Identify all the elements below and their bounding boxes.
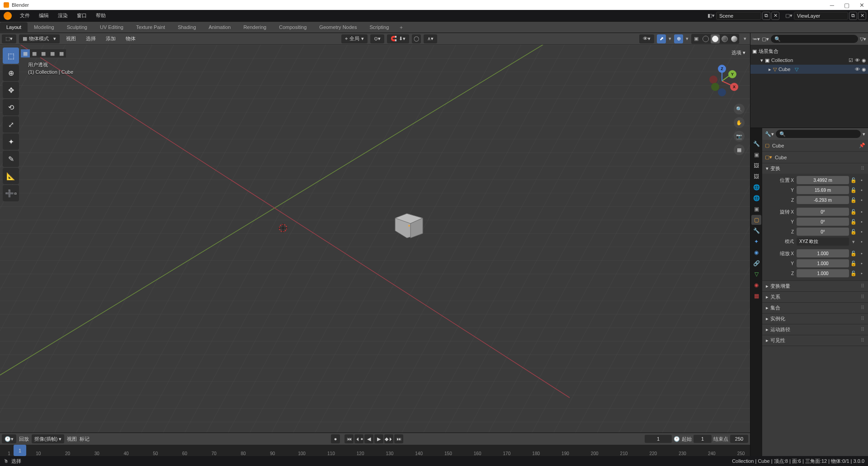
lock-scl-x[interactable]: 🔓 xyxy=(850,249,857,257)
autokey-toggle[interactable]: ● xyxy=(331,434,340,443)
lock-rot-x[interactable]: 🔓 xyxy=(850,208,857,216)
outliner-filter-dropdown[interactable]: ▽▾ xyxy=(860,36,866,42)
outliner-row-cube[interactable]: ▸▽Cube ▽ 👁◉ xyxy=(750,65,868,74)
panel-header-transform[interactable]: ▾ 变换⠿ xyxy=(762,163,868,174)
layer-browse-icon[interactable]: ▢▾ xyxy=(785,12,793,20)
ptab-particles[interactable]: ✦ xyxy=(751,237,761,247)
outliner-row-scene[interactable]: ▣场景集合 xyxy=(750,47,868,56)
gizmo-toggle[interactable]: ⬈ xyxy=(657,34,666,43)
menu-object[interactable]: 物体 xyxy=(122,34,139,43)
ptab-mesh[interactable]: ▽ xyxy=(751,269,761,279)
rotation-z-field[interactable]: 0° xyxy=(797,228,849,236)
menu-add[interactable]: 添加 xyxy=(102,34,119,43)
ptab-world[interactable]: 🌐 xyxy=(751,193,761,203)
ptab-scene[interactable]: 🌐 xyxy=(751,182,761,192)
tab-uv[interactable]: UV Editing xyxy=(94,22,130,32)
viewlayer-name-input[interactable] xyxy=(794,12,848,20)
tab-sculpting[interactable]: Sculpting xyxy=(61,22,94,32)
tool-scale[interactable]: ⤢ xyxy=(3,116,19,133)
proportional-falloff-dropdown[interactable]: ∧▾ xyxy=(424,34,437,43)
tab-layout[interactable]: Layout xyxy=(0,22,28,32)
rotation-y-field[interactable]: 0° xyxy=(797,218,849,226)
ptab-constraints[interactable]: 🔗 xyxy=(751,258,761,268)
shading-wireframe[interactable] xyxy=(701,34,710,43)
rotation-x-field[interactable]: 0° xyxy=(797,208,849,216)
axis-neg-x[interactable] xyxy=(709,76,717,84)
lock-loc-y[interactable]: 🔓 xyxy=(850,186,857,194)
camera-view-button[interactable]: 📷 xyxy=(734,131,745,142)
add-workspace-button[interactable]: ＋ xyxy=(395,22,407,33)
pan-button[interactable]: ✋ xyxy=(734,117,745,128)
lock-scl-z[interactable]: 🔓 xyxy=(850,269,857,277)
menu-render[interactable]: 渲染 xyxy=(53,10,72,21)
scene-name-input[interactable] xyxy=(716,12,761,20)
lock-loc-z[interactable]: 🔓 xyxy=(850,196,857,204)
tool-add-primitive[interactable]: ➕▫ xyxy=(3,185,19,201)
editor-type-dropdown[interactable]: ⬚▾ xyxy=(2,34,16,43)
props-options-dropdown[interactable]: ▾ xyxy=(863,131,865,137)
end-frame-input[interactable] xyxy=(730,435,748,443)
ptab-render[interactable]: ▣ xyxy=(751,150,761,160)
tab-modeling[interactable]: Modeling xyxy=(28,22,61,32)
tab-compositing[interactable]: Compositing xyxy=(273,22,313,32)
snap-toggle[interactable]: 🧲 ⬇▾ xyxy=(387,34,409,43)
nav-gizmo[interactable]: X Y Z xyxy=(704,63,740,99)
overlay-toggle[interactable]: ⊕ xyxy=(674,34,683,43)
shading-material[interactable] xyxy=(720,34,729,43)
tab-geonodes[interactable]: Geometry Nodes xyxy=(313,22,363,32)
ptab-viewlayer[interactable]: 🖼 xyxy=(751,171,761,181)
props-editor-dropdown[interactable]: 🔧▾ xyxy=(765,131,774,137)
cube-render-icon[interactable]: ◉ xyxy=(862,67,866,72)
jump-start-button[interactable]: ⏮ xyxy=(344,434,354,443)
ptab-tool[interactable]: 🔧 xyxy=(751,139,761,149)
keyframe-prev-button[interactable]: ⏴◆ xyxy=(354,434,363,443)
ptab-physics[interactable]: ◉ xyxy=(751,247,761,257)
shading-rendered[interactable] xyxy=(730,34,739,43)
ortho-toggle-button[interactable]: ▦ xyxy=(734,144,745,155)
outliner-editor-dropdown[interactable]: ≔▾ xyxy=(752,36,760,42)
props-datablock[interactable]: ▢▾Cube xyxy=(762,152,868,163)
menu-markers[interactable]: 标记 xyxy=(80,436,90,442)
menu-select[interactable]: 选择 xyxy=(82,34,99,43)
panel-header-collections[interactable]: ▸ 集合⠿ xyxy=(762,303,868,313)
tab-shading[interactable]: Shading xyxy=(171,22,202,32)
outliner-display-dropdown[interactable]: ▢▾ xyxy=(762,36,769,42)
tab-rendering[interactable]: Rendering xyxy=(237,22,273,32)
pin-icon[interactable]: 📌 xyxy=(859,143,865,148)
outliner-row-collection[interactable]: ▾▣Collection ☑👁◉ xyxy=(750,56,868,65)
outliner-search-input[interactable] xyxy=(771,35,858,43)
jump-end-button[interactable]: ⏭ xyxy=(394,434,403,443)
props-search-input[interactable] xyxy=(776,130,861,138)
play-button[interactable]: ▶ xyxy=(374,434,383,443)
menu-tl-view[interactable]: 视图 xyxy=(67,436,77,442)
select-extend-btn[interactable]: ▦ xyxy=(30,49,39,57)
rotation-mode-dropdown[interactable]: XYZ 欧拉 xyxy=(797,238,849,246)
scene-browse-icon[interactable]: ◧▾ xyxy=(707,12,715,20)
viewport-3d[interactable]: ▦ ▦ ▦ ▦ ▦ ⬚ ⊕ ✥ ⟲ ⤢ ✦ ✎ 📐 ➕▫ 用户透视 (1) Co… xyxy=(0,45,750,433)
scale-y-field[interactable]: 1.000 xyxy=(797,259,849,267)
select-box-btn[interactable]: ▦ xyxy=(21,49,30,57)
menu-window[interactable]: 窗口 xyxy=(72,10,91,21)
close-button[interactable]: ✕ xyxy=(859,2,864,9)
panel-header-delta[interactable]: ▸ 变换增量⠿ xyxy=(762,281,868,291)
current-frame-input[interactable] xyxy=(645,435,672,443)
visibility-dropdown[interactable]: 👁▾ xyxy=(639,34,654,43)
location-x-field[interactable]: 3.4992 m xyxy=(797,176,849,184)
tool-measure[interactable]: 📐 xyxy=(3,168,19,184)
menu-file[interactable]: 文件 xyxy=(15,10,34,21)
tool-cursor[interactable]: ⊕ xyxy=(3,65,19,81)
select-invert-btn[interactable]: ▦ xyxy=(57,49,66,57)
location-y-field[interactable]: 15.69 m xyxy=(797,186,849,194)
keying-dropdown[interactable]: 抠像(插帧) ▾ xyxy=(32,434,64,443)
scale-x-field[interactable]: 1.000 xyxy=(797,249,849,257)
menu-edit[interactable]: 编辑 xyxy=(34,10,53,21)
collection-eye-icon[interactable]: 👁 xyxy=(855,57,860,63)
collection-render-icon[interactable]: ◉ xyxy=(862,57,866,63)
viewport-options-dropdown[interactable]: 选项 ▾ xyxy=(731,49,745,56)
cube-object[interactable] xyxy=(393,210,429,246)
menu-view[interactable]: 视图 xyxy=(62,34,80,43)
menu-playback[interactable]: 回放 xyxy=(19,436,29,442)
ptab-texture[interactable]: ▦ xyxy=(751,291,761,301)
ptab-output[interactable]: 🖼 xyxy=(751,161,761,171)
minimize-button[interactable]: ─ xyxy=(830,2,834,9)
